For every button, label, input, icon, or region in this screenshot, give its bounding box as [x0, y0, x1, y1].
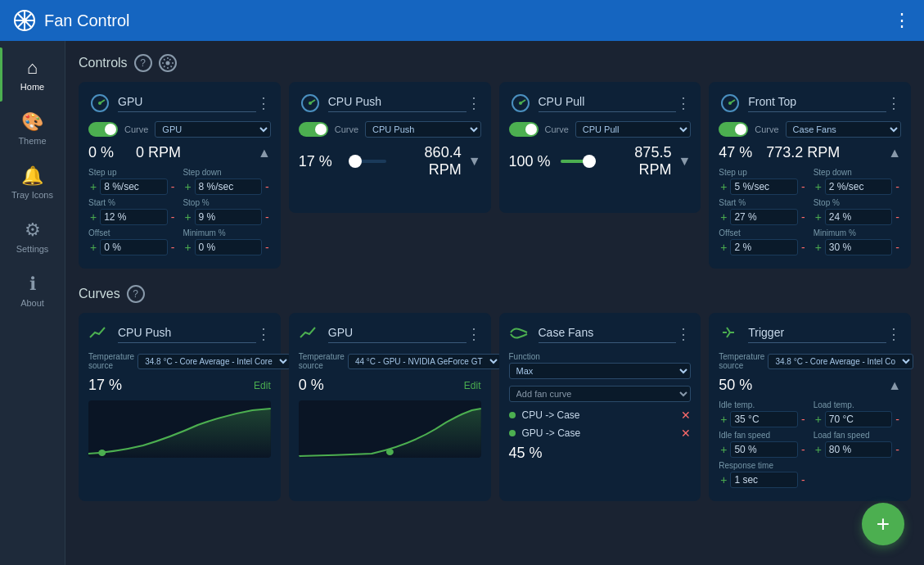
front-top-card-header: Front Top ⋮: [719, 92, 901, 115]
gpu-stepup-minus[interactable]: -: [169, 181, 177, 192]
sidebar-item-tray-icons[interactable]: 🔔 Tray Icons: [0, 156, 65, 210]
ft-minp-label: Minimum %: [814, 228, 901, 237]
gpu-case-remove-button[interactable]: ✕: [681, 427, 691, 440]
trigger-params-row1: Idle temp. + 35 °C - Load temp. + 70 °C …: [719, 400, 901, 427]
gpu-curve-menu[interactable]: ⋮: [467, 325, 481, 343]
trigger-load-temp-minus[interactable]: -: [894, 414, 901, 425]
ft-stepdown-minus[interactable]: -: [894, 181, 901, 192]
cpu-pull-toggle[interactable]: [509, 122, 539, 137]
trigger-load-speed-minus[interactable]: -: [894, 444, 901, 455]
trigger-idle-temp-minus[interactable]: -: [800, 414, 807, 425]
cpu-push-toggle[interactable]: [299, 122, 328, 137]
add-fab-button[interactable]: +: [862, 503, 904, 545]
trigger-temp-select[interactable]: 34.8 °C - Core Average - Intel Co: [768, 354, 913, 369]
trigger-response-time-plus[interactable]: +: [719, 474, 728, 486]
cpu-push-card-menu[interactable]: ⋮: [467, 94, 481, 112]
gpu-stepdown-group: Step down + 8 %/sec -: [183, 168, 270, 195]
svg-point-15: [386, 449, 394, 455]
gpu-startp-minus[interactable]: -: [169, 211, 177, 223]
ft-offset-minus[interactable]: -: [800, 242, 807, 253]
curves-help-button[interactable]: ?: [127, 285, 145, 303]
ft-stopp-group: Stop % + 24 % -: [814, 198, 901, 225]
ft-stepdown-plus[interactable]: +: [814, 181, 823, 192]
trigger-load-temp-plus[interactable]: +: [814, 414, 823, 425]
gpu-curve-edit-button[interactable]: Edit: [464, 380, 481, 391]
gpu-params-row1: Step up + 8 %/sec - Step down + 8 %/sec …: [88, 168, 271, 195]
ft-stepup-plus[interactable]: +: [719, 181, 728, 192]
ft-stopp-minus[interactable]: -: [894, 211, 901, 223]
trigger-expand-icon[interactable]: ▲: [888, 378, 901, 393]
front-top-toggle[interactable]: [719, 122, 748, 137]
cpu-case-remove-button[interactable]: ✕: [681, 409, 691, 422]
trigger-empty: [814, 461, 901, 488]
trigger-response-time-minus[interactable]: -: [800, 474, 807, 486]
trigger-idle-temp-plus[interactable]: +: [719, 414, 728, 425]
cpu-pull-slider[interactable]: [561, 160, 597, 163]
cpu-pull-toggle-row: Curve CPU Pull: [509, 121, 692, 138]
gpu-stopp-minus[interactable]: -: [264, 211, 271, 223]
sidebar-label-theme: Theme: [18, 136, 46, 146]
cpu-push-curve-select[interactable]: CPU Push: [365, 121, 480, 138]
case-fans-percent-row: 45 %: [509, 445, 692, 462]
gpu-speed-icon: [88, 92, 111, 115]
cpu-pull-curve-select[interactable]: CPU Pull: [575, 121, 691, 138]
cpu-push-curve-icon: [88, 323, 111, 346]
ft-minp-minus[interactable]: -: [894, 242, 901, 253]
ft-stopp-plus[interactable]: +: [814, 211, 823, 223]
sidebar-item-home[interactable]: ⌂ Home: [0, 47, 65, 102]
controls-settings-button[interactable]: [159, 54, 177, 72]
gpu-offset-plus[interactable]: +: [88, 242, 98, 253]
gpu-stepdown-plus[interactable]: +: [183, 181, 192, 192]
header-menu-button[interactable]: ⋮: [893, 10, 911, 31]
trigger-idle-speed-plus[interactable]: +: [719, 444, 728, 455]
cpu-pull-card-menu[interactable]: ⋮: [676, 94, 691, 112]
ft-startp-minus[interactable]: -: [800, 211, 807, 223]
cpu-push-slider[interactable]: [349, 160, 386, 163]
case-fans-item-gpu: GPU -> Case ✕: [509, 427, 692, 440]
front-top-arrow: ▲: [888, 146, 901, 160]
gpu-curve-label: Curve: [124, 124, 148, 134]
gpu-stepup-group: Step up + 8 %/sec -: [88, 168, 176, 195]
gpu-startp-plus[interactable]: +: [88, 211, 98, 223]
ft-startp-val-row: + 27 % -: [719, 209, 806, 225]
trigger-idle-speed-value: 50 %: [730, 441, 798, 458]
ft-minp-plus[interactable]: +: [814, 242, 823, 253]
gpu-card-menu[interactable]: ⋮: [256, 94, 271, 112]
cpu-push-edit-button[interactable]: Edit: [254, 380, 271, 391]
controls-help-button[interactable]: ?: [134, 54, 152, 72]
sidebar-item-about[interactable]: ℹ About: [0, 264, 65, 318]
case-fans-add-curve-select[interactable]: Add fan curve: [509, 386, 692, 402]
trigger-idle-speed-minus[interactable]: -: [800, 444, 807, 455]
gpu-temp-select[interactable]: 44 °C - GPU - NVIDIA GeForce GT: [348, 354, 501, 369]
ft-stepup-minus[interactable]: -: [800, 181, 807, 192]
front-top-curve-select[interactable]: Case Fans: [786, 121, 901, 138]
gpu-toggle[interactable]: [88, 122, 118, 137]
sidebar-label-about: About: [20, 298, 44, 308]
trigger-idle-speed-val-row: + 50 % -: [719, 441, 806, 458]
sidebar-item-theme[interactable]: 🎨 Theme: [0, 102, 65, 156]
gpu-minp-plus[interactable]: +: [183, 242, 192, 253]
trigger-curve-menu[interactable]: ⋮: [886, 325, 901, 343]
ft-startp-plus[interactable]: +: [719, 211, 728, 223]
trigger-load-speed-plus[interactable]: +: [814, 444, 823, 455]
cpu-push-temp-select[interactable]: 34.8 °C - Core Average - Intel Core: [137, 354, 291, 369]
cpu-push-curve-menu[interactable]: ⋮: [256, 325, 271, 343]
gpu-stepup-value: 8 %/sec: [100, 179, 168, 195]
gpu-minp-minus[interactable]: -: [264, 242, 271, 253]
front-top-card-menu[interactable]: ⋮: [886, 94, 901, 112]
case-fans-function-select[interactable]: Max: [509, 363, 692, 379]
sidebar-label-tray: Tray Icons: [11, 190, 53, 200]
gpu-stepdown-minus[interactable]: -: [264, 181, 271, 192]
trigger-curve-icon: [719, 323, 741, 346]
trigger-idle-speed-label: Idle fan speed: [719, 431, 806, 440]
sidebar-item-settings[interactable]: ⚙ Settings: [0, 210, 65, 264]
gpu-stopp-plus[interactable]: +: [183, 211, 192, 223]
gpu-percent: 0 %: [88, 144, 129, 161]
gpu-curve-select[interactable]: GPU: [155, 121, 270, 138]
cpu-push-card-header: CPU Push ⋮: [299, 92, 481, 115]
ft-offset-plus[interactable]: +: [719, 242, 728, 253]
app-title: Fan Control: [44, 11, 893, 30]
gpu-stepup-plus[interactable]: +: [88, 181, 98, 192]
gpu-offset-minus[interactable]: -: [169, 242, 177, 253]
case-fans-curve-menu[interactable]: ⋮: [676, 325, 691, 343]
